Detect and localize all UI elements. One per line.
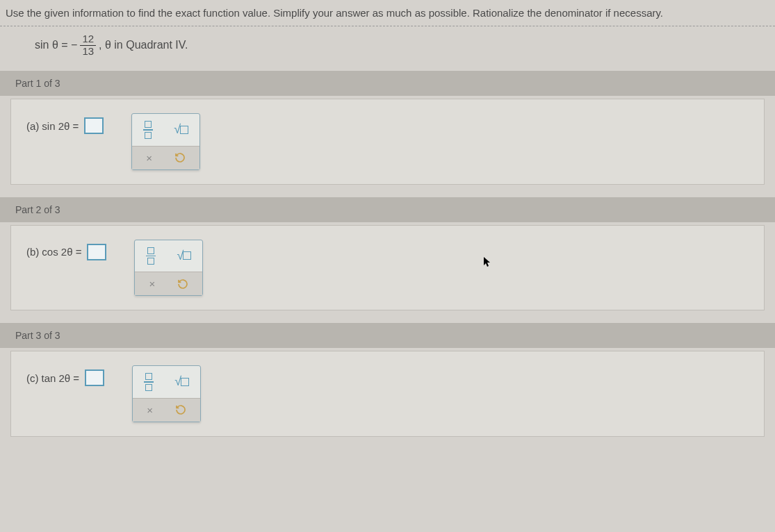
clear-button[interactable]: ×: [147, 404, 153, 416]
clear-button[interactable]: ×: [146, 152, 152, 164]
part-header-1: Part 1 of 3: [0, 71, 775, 96]
part-body-2: (b) cos 2θ = √ ×: [10, 225, 765, 311]
label-prefix-a: (a): [26, 120, 39, 132]
fraction-icon: [146, 247, 156, 265]
tool-row-top-c: √: [133, 366, 200, 398]
label-func-c: tan 2θ =: [42, 372, 80, 384]
undo-icon: [174, 152, 186, 163]
sqrt-tool-button[interactable]: √: [177, 249, 191, 263]
fraction-icon: [143, 121, 153, 139]
label-prefix-c: (c): [26, 372, 39, 384]
fraction-tool-button[interactable]: [146, 247, 156, 265]
tool-row-bottom-a: ×: [132, 146, 199, 169]
answer-input-b[interactable]: [87, 244, 106, 260]
part-body-1: (a) sin 2θ = √ ×: [10, 99, 765, 185]
part-header-3: Part 3 of 3: [0, 323, 775, 348]
sqrt-box-icon: [183, 251, 191, 260]
given-suffix: , θ in Quadrant IV.: [99, 39, 188, 51]
sqrt-tool-button[interactable]: √: [174, 122, 188, 137]
tool-row-top-b: √: [135, 240, 202, 272]
reset-button[interactable]: [177, 279, 188, 290]
undo-icon: [177, 279, 188, 290]
undo-icon: [175, 404, 186, 415]
reset-button[interactable]: [174, 152, 186, 163]
reset-button[interactable]: [175, 404, 186, 415]
tool-row-bottom-b: ×: [135, 272, 202, 295]
label-func-a: sin 2θ =: [42, 120, 79, 132]
answer-input-a[interactable]: [84, 117, 104, 134]
tool-row-bottom-c: ×: [133, 398, 200, 422]
fraction-tool-button[interactable]: [143, 121, 153, 139]
fraction-numerator: 12: [80, 33, 96, 46]
question-c: (c) tan 2θ =: [26, 365, 104, 386]
sqrt-box-icon: [180, 126, 188, 134]
answer-input-c[interactable]: [85, 369, 104, 386]
fraction-tool-button[interactable]: [144, 373, 154, 391]
instructions-text: Use the given information to find the ex…: [0, 0, 775, 26]
fraction-denominator: 13: [80, 46, 96, 58]
sqrt-tool-button[interactable]: √: [174, 374, 189, 389]
given-information: sin θ = − 12 13 , θ in Quadrant IV.: [0, 26, 775, 71]
label-prefix-b: (b): [26, 246, 39, 258]
part-body-3: (c) tan 2θ = √ ×: [10, 351, 765, 437]
tool-panel-a: √ ×: [131, 113, 200, 170]
tool-panel-b: √ ×: [134, 240, 203, 297]
tool-row-top-a: √: [132, 114, 199, 146]
tool-panel-c: √ ×: [132, 365, 201, 422]
label-func-b: cos 2θ =: [42, 246, 81, 258]
clear-button[interactable]: ×: [149, 278, 155, 290]
given-fraction: 12 13: [80, 33, 96, 57]
question-b: (b) cos 2θ =: [26, 240, 106, 260]
fraction-icon: [144, 373, 154, 391]
sqrt-box-icon: [181, 378, 189, 386]
question-a: (a) sin 2θ =: [26, 113, 104, 134]
part-header-2: Part 2 of 3: [0, 197, 775, 222]
given-prefix: sin θ = −: [35, 39, 77, 51]
